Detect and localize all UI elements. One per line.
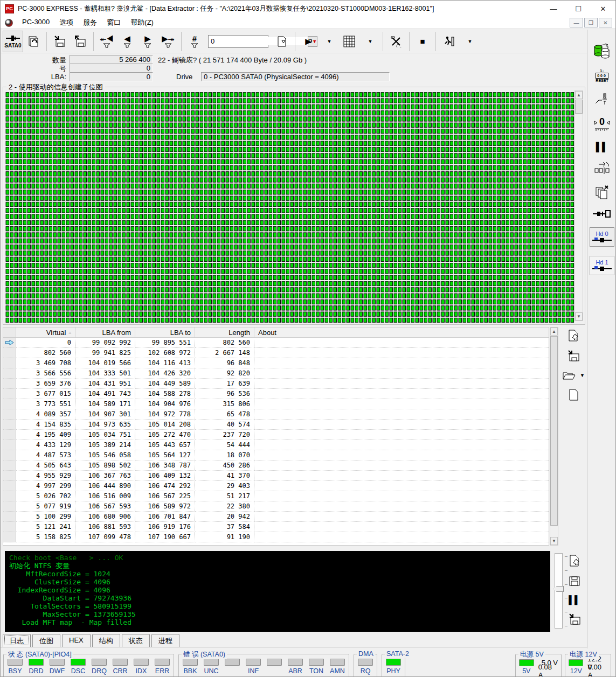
cell-about[interactable] (254, 338, 549, 348)
cell-lba-from[interactable]: 104 019 566 (75, 358, 135, 368)
cell-about[interactable] (254, 440, 549, 450)
cell-virtual[interactable]: 4 089 357 (16, 409, 75, 420)
cell-lba-from[interactable]: 104 589 171 (75, 399, 135, 409)
row-marker-cell[interactable] (3, 368, 16, 379)
new-map-icon[interactable] (567, 329, 580, 342)
open-list-icon[interactable] (562, 370, 576, 381)
cell-about[interactable] (254, 358, 549, 368)
row-marker-cell[interactable] (3, 522, 16, 532)
open-sector-button[interactable] (272, 31, 292, 52)
cell-length[interactable]: 2 667 148 (195, 348, 254, 358)
cell-virtual[interactable]: 3 566 556 (16, 368, 75, 379)
cell-lba-to[interactable]: 107 190 667 (135, 532, 195, 542)
close-button[interactable]: ✕ (591, 1, 615, 17)
cell-about[interactable] (254, 491, 549, 501)
cell-lba-to[interactable]: 106 919 176 (135, 522, 195, 532)
table-scrollbar[interactable]: ▲ ▼ (550, 327, 558, 546)
cell-length[interactable]: 37 584 (195, 522, 254, 532)
tab-状态[interactable]: 状态 (122, 634, 150, 647)
cell-virtual[interactable]: 3 659 376 (16, 379, 75, 389)
cell-lba-to[interactable]: 104 116 413 (135, 358, 195, 368)
table-row[interactable]: 802 56099 941 825102 608 9722 667 148 (3, 348, 549, 358)
table-row[interactable]: 3 773 551104 589 171104 904 976315 806 (3, 399, 549, 409)
cell-lba-from[interactable]: 104 907 301 (75, 409, 135, 420)
cell-about[interactable] (254, 501, 549, 512)
table-row[interactable]: 5 121 241106 881 593106 919 17637 584 (3, 522, 549, 532)
row-marker-cell[interactable] (3, 379, 16, 389)
cell-lba-from[interactable]: 104 491 743 (75, 389, 135, 399)
row-marker-cell[interactable] (3, 430, 16, 440)
cell-about[interactable] (254, 522, 549, 532)
cell-lba-to[interactable]: 106 474 292 (135, 481, 195, 491)
cell-lba-from[interactable]: 99 092 992 (75, 338, 135, 348)
nav-prev-button[interactable]: ◀ (117, 31, 137, 52)
menu-item-帮助(Z)[interactable]: 帮助(Z) (126, 17, 158, 29)
cell-length[interactable]: 29 403 (195, 481, 254, 491)
col-lba-to[interactable]: LBA to (135, 327, 195, 338)
table-row[interactable]: 4 487 573105 546 058105 564 12718 070 (3, 450, 549, 460)
drive-field[interactable]: 0 - PC3000 SATA0 (PhysicalSector = 4096) (201, 72, 390, 81)
cell-length[interactable]: 65 478 (195, 409, 254, 420)
row-marker-cell[interactable] (3, 491, 16, 501)
table-row[interactable]: 3 677 015104 491 743104 588 27896 536 (3, 389, 549, 399)
terminator-button[interactable] (593, 210, 611, 218)
col-about[interactable]: About (254, 327, 549, 338)
tab-结构[interactable]: 结构 (92, 634, 120, 647)
cell-lba-from[interactable]: 105 389 214 (75, 440, 135, 450)
scroll-up-icon[interactable]: ▲ (575, 91, 583, 99)
run-dropdown[interactable]: ▼ (319, 31, 339, 52)
menu-item-PC-3000[interactable]: PC-3000 (17, 17, 54, 29)
cell-lba-to[interactable]: 106 589 972 (135, 501, 195, 512)
cell-lba-from[interactable]: 106 516 009 (75, 491, 135, 501)
table-row[interactable]: 3 566 556104 333 501104 426 32092 820 (3, 368, 549, 379)
load-map-button[interactable] (50, 31, 70, 52)
cell-about[interactable] (254, 532, 549, 542)
cell-length[interactable]: 40 574 (195, 420, 254, 430)
row-marker-cell[interactable] (3, 358, 16, 368)
cell-lba-from[interactable]: 106 680 906 (75, 512, 135, 522)
cell-lba-from[interactable]: 106 444 890 (75, 481, 135, 491)
row-marker-cell[interactable] (3, 409, 16, 420)
cell-virtual[interactable]: 5 026 702 (16, 491, 75, 501)
cell-lba-to[interactable]: 105 014 208 (135, 420, 195, 430)
table-row[interactable]: 4 955 929106 367 763106 409 13241 370 (3, 471, 549, 481)
cell-length[interactable]: 450 286 (195, 460, 254, 471)
goto-lba-input[interactable] (209, 37, 308, 45)
cell-length[interactable]: 96 848 (195, 358, 254, 368)
delete-pages-button[interactable] (594, 184, 610, 200)
cell-lba-from[interactable]: 105 546 058 (75, 450, 135, 460)
goto-number-button[interactable]: # (184, 31, 205, 52)
table-scroll-thumb[interactable] (550, 336, 558, 526)
cell-lba-from[interactable]: 106 881 593 (75, 522, 135, 532)
cell-about[interactable] (254, 348, 549, 358)
cell-lba-from[interactable]: 104 333 501 (75, 368, 135, 379)
map-view-dropdown[interactable]: ▼ (359, 31, 380, 52)
refresh-task-button[interactable] (23, 31, 44, 52)
drive-copy-button[interactable] (593, 44, 611, 60)
col-lba-from[interactable]: LBA from (75, 327, 135, 338)
cell-virtual[interactable]: 5 121 241 (16, 522, 75, 532)
cell-virtual[interactable]: 5 100 299 (16, 512, 75, 522)
cell-about[interactable] (254, 368, 549, 379)
save-log-as-icon[interactable] (567, 613, 582, 626)
table-row[interactable]: 4 997 299106 444 890106 474 29229 403 (3, 481, 549, 491)
tab-HEX[interactable]: HEX (62, 634, 91, 647)
cell-length[interactable]: 802 560 (195, 338, 254, 348)
cell-about[interactable] (254, 389, 549, 399)
row-marker-cell[interactable] (3, 348, 16, 358)
table-row[interactable]: 099 092 99299 895 551802 560 (3, 338, 549, 348)
row-marker-cell[interactable] (3, 420, 16, 430)
menu-item-选项[interactable]: 选项 (54, 17, 78, 29)
cell-lba-from[interactable]: 106 367 763 (75, 471, 135, 481)
table-row[interactable]: 4 154 835104 973 635105 014 20840 574 (3, 420, 549, 430)
cell-lba-from[interactable]: 99 941 825 (75, 348, 135, 358)
cell-virtual[interactable]: 4 195 409 (16, 430, 75, 440)
cell-lba-to[interactable]: 106 409 132 (135, 471, 195, 481)
current-row-marker[interactable] (3, 338, 16, 348)
cell-lba-to[interactable]: 105 564 127 (135, 450, 195, 460)
cell-virtual[interactable]: 3 469 708 (16, 358, 75, 368)
col-virtual[interactable]: Virtual▵ (16, 327, 75, 338)
save-log-icon[interactable] (569, 576, 580, 587)
cell-length[interactable]: 18 070 (195, 450, 254, 460)
cell-length[interactable]: 237 720 (195, 430, 254, 440)
